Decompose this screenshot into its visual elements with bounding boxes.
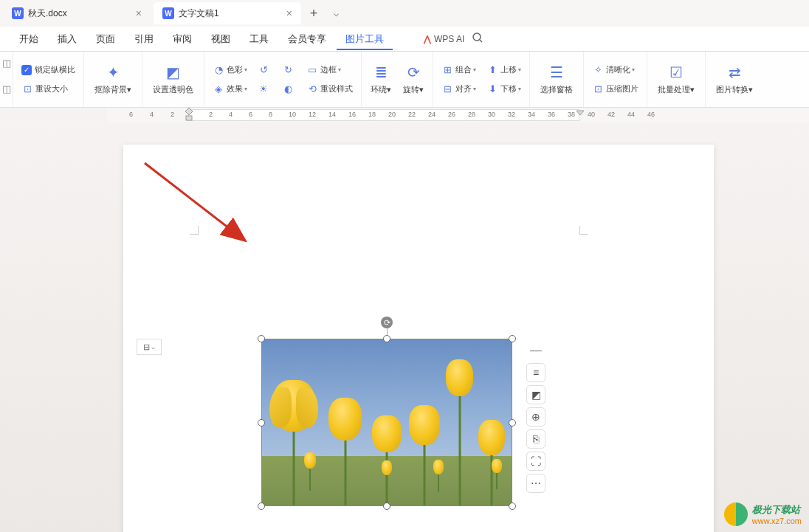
menu-picture-tools[interactable]: 图片工具: [337, 28, 393, 50]
crop-edge-icon[interactable]: ◫: [2, 58, 11, 69]
wrap-button[interactable]: ≣环绕▾: [366, 62, 396, 97]
crop-edge-icon-2[interactable]: ◫: [2, 83, 11, 94]
wrap-icon: ≣: [372, 63, 390, 81]
clarity-icon: ✧: [592, 64, 604, 76]
batch-button[interactable]: ☑ 批量处理▾: [652, 61, 700, 98]
align-icon: ⊟: [441, 83, 453, 95]
document-tab-2[interactable]: W 文字文稿1 ×: [154, 2, 301, 24]
watermark: 极光下载站 www.xz7.com: [724, 502, 802, 526]
resize-handle-br[interactable]: [509, 502, 516, 510]
menu-tools[interactable]: 工具: [241, 28, 278, 50]
fullscreen-tool-button[interactable]: ⛶: [526, 452, 545, 471]
ruler-indent-marker[interactable]: [185, 108, 193, 115]
tab-bar: W 秋天.docx × W 文字文稿1 × + ⌵: [0, 0, 809, 27]
zoom-tool-button[interactable]: ⊕: [526, 407, 545, 426]
remove-bg-button[interactable]: ✦ 抠除背景▾: [89, 61, 137, 98]
resize-handle-mr[interactable]: [509, 419, 516, 426]
border-icon: ▭: [306, 64, 318, 76]
menu-member[interactable]: 会员专享: [279, 28, 335, 50]
watermark-url: www.xz7.com: [752, 517, 802, 525]
menu-page[interactable]: 页面: [87, 28, 124, 50]
compress-button[interactable]: ⊡压缩图片: [588, 81, 642, 97]
rotate-button[interactable]: ⟳旋转▾: [399, 62, 428, 97]
color-icon: ◔: [213, 64, 224, 76]
batch-icon: ☑: [667, 63, 685, 81]
brightness-button[interactable]: ☀: [254, 81, 275, 97]
close-tab-icon[interactable]: ×: [286, 7, 292, 19]
chevron-down-icon: ⌵: [151, 344, 155, 350]
rotate-left-icon: ↺: [258, 64, 269, 76]
reset-style-button[interactable]: ⟲重设样式: [303, 81, 357, 97]
align-button[interactable]: ⊟对齐▾: [438, 81, 480, 97]
convert-button[interactable]: ⇄ 图片转换▾: [710, 61, 759, 98]
menu-review[interactable]: 审阅: [164, 28, 201, 50]
move-down-icon: ⬇: [486, 83, 498, 95]
crop-tool-button[interactable]: ◩: [526, 385, 545, 404]
border-button[interactable]: ▭边框▾: [303, 62, 345, 78]
svg-marker-4: [576, 111, 584, 115]
adjust-group: ◔色彩▾ ↺ ↻ ▭边框▾ ◈效果▾ ☀ ◐ ⟲重设样式: [204, 52, 362, 107]
reset-style-icon: ⟲: [306, 83, 318, 95]
word-icon: W: [162, 7, 174, 19]
resize-handle-tl[interactable]: [258, 335, 265, 342]
collapse-tools-button[interactable]: —: [526, 341, 545, 360]
menu-insert[interactable]: 插入: [49, 28, 86, 50]
convert-group: ⇄ 图片转换▾: [706, 52, 763, 107]
menu-reference[interactable]: 引用: [125, 28, 162, 50]
clarity-button[interactable]: ✧清晰化▾: [588, 62, 638, 78]
paragraph-icon: ⊟: [143, 342, 150, 352]
wrap-tool-button[interactable]: ≡: [526, 363, 545, 382]
picture-toolbar: ◫ ◫ ✓ 锁定纵横比 ⊡ 重设大小 ✦ 抠除背景▾ ◩ 设置透明色 ◔色彩▾ …: [0, 52, 809, 108]
copy-tool-button[interactable]: ⎘: [526, 429, 545, 449]
resize-handle-bm[interactable]: [383, 502, 390, 510]
contrast-icon: ◐: [282, 83, 294, 95]
ruler: 6 4 2 2 4 6 8 10 12 14 16 18 20 22 24 26…: [0, 108, 809, 122]
close-tab-icon[interactable]: ×: [136, 7, 142, 19]
menu-start[interactable]: 开始: [10, 28, 47, 50]
move-up-button[interactable]: ⬆上移▾: [483, 62, 525, 78]
move-up-icon: ⬆: [486, 64, 498, 76]
select-pane-button[interactable]: ☰ 选择窗格: [534, 61, 579, 98]
left-edge-controls: ◫ ◫: [0, 52, 13, 107]
selected-image[interactable]: ⟳: [261, 339, 512, 506]
resize-handle-bl[interactable]: [258, 502, 265, 510]
rotate-right-button[interactable]: ↻: [278, 62, 300, 78]
group-button[interactable]: ⊞组合▾: [438, 62, 480, 78]
arrange-group: ≣环绕▾ ⟳旋转▾: [362, 52, 433, 107]
color-button[interactable]: ◔色彩▾: [209, 62, 251, 78]
bg-group: ✦ 抠除背景▾: [84, 52, 142, 107]
new-tab-button[interactable]: +: [304, 4, 323, 23]
transparent-group: ◩ 设置透明色: [142, 52, 204, 107]
ruler-right-marker[interactable]: [576, 109, 584, 117]
wps-ai-label: WPS AI: [434, 34, 464, 44]
rotate-handle[interactable]: ⟳: [381, 317, 393, 328]
tab-menu-button[interactable]: ⌵: [326, 4, 345, 23]
move-down-button[interactable]: ⬇下移▾: [483, 81, 525, 97]
lock-ratio-checkbox[interactable]: ✓ 锁定纵横比: [18, 62, 79, 77]
set-transparent-button[interactable]: ◩ 设置透明色: [147, 61, 199, 98]
remove-bg-icon: ✦: [104, 63, 122, 81]
wps-ai-button[interactable]: ⋀ WPS AI: [424, 34, 464, 44]
more-tools-button[interactable]: ⋯: [526, 474, 545, 493]
ai-icon: ⋀: [424, 34, 431, 44]
reset-size-button[interactable]: ⊡ 重设大小: [18, 80, 79, 97]
group-icon: ⊞: [441, 64, 453, 76]
arrange-group-2: ⊞组合▾ ⬆上移▾ ⊟对齐▾ ⬇下移▾: [433, 52, 530, 107]
svg-rect-3: [186, 116, 192, 120]
svg-marker-2: [185, 108, 193, 115]
svg-point-0: [473, 33, 481, 41]
menu-view[interactable]: 视图: [202, 28, 239, 50]
document-tab-1[interactable]: W 秋天.docx ×: [3, 2, 151, 24]
rotate-left-button[interactable]: ↺: [254, 62, 275, 78]
paragraph-layout-button[interactable]: ⊟ ⌵: [137, 339, 162, 355]
effect-button[interactable]: ◈效果▾: [209, 81, 251, 97]
contrast-button[interactable]: ◐: [278, 81, 300, 97]
select-pane-icon: ☰: [548, 63, 565, 81]
resize-handle-tr[interactable]: [509, 335, 516, 342]
image-content: [261, 339, 512, 506]
search-icon[interactable]: [472, 32, 483, 46]
resize-handle-ml[interactable]: [258, 419, 265, 426]
ruler-indent-marker-bottom[interactable]: [185, 115, 193, 122]
resize-handle-tm[interactable]: [383, 335, 390, 342]
margin-corner-tr: [579, 226, 588, 235]
